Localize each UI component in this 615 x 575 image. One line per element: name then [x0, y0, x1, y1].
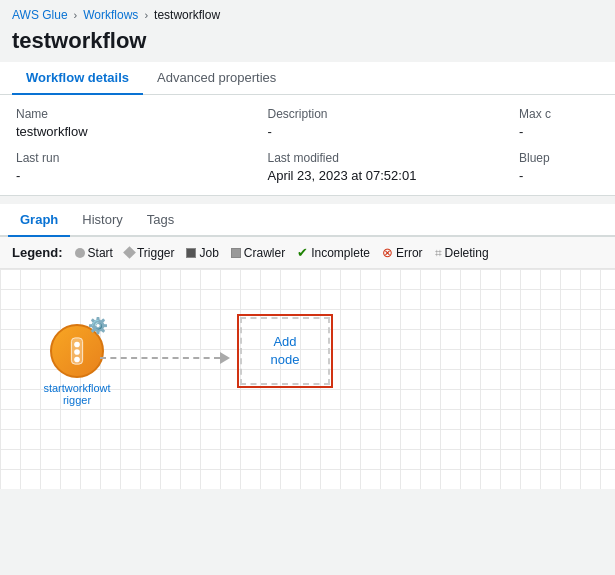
- breadcrumb-sep1: ›: [74, 9, 78, 21]
- detail-max-label: Max c: [519, 107, 599, 121]
- trigger-icon: [123, 246, 136, 259]
- breadcrumb-workflows[interactable]: Workflows: [83, 8, 138, 22]
- dashed-line: [100, 357, 220, 359]
- legend-error-label: Error: [396, 246, 423, 260]
- incomplete-icon: ✔: [297, 245, 308, 260]
- tab-workflow-details[interactable]: Workflow details: [12, 62, 143, 95]
- legend-crawler: Crawler: [231, 246, 285, 260]
- trigger-svg-icon: [62, 336, 92, 366]
- svg-point-1: [74, 342, 80, 348]
- legend-deleting: ⌗ Deleting: [435, 246, 489, 260]
- trigger-badge-icon: ⚙️: [88, 316, 108, 335]
- detail-blueprint-label: Bluep: [519, 151, 599, 165]
- detail-description-value: -: [268, 124, 504, 139]
- detail-blueprint: Bluep -: [519, 151, 599, 183]
- breadcrumb-sep2: ›: [144, 9, 148, 21]
- legend-job-label: Job: [199, 246, 218, 260]
- breadcrumb: AWS Glue › Workflows › testworkflow: [0, 0, 615, 26]
- breadcrumb-current: testworkflow: [154, 8, 220, 22]
- tab-advanced-properties[interactable]: Advanced properties: [143, 62, 290, 95]
- detail-max-value: -: [519, 124, 599, 139]
- add-node-text: Add node: [271, 333, 300, 369]
- trigger-icon-wrapper: ⚙️: [50, 324, 104, 378]
- detail-name-label: Name: [16, 107, 252, 121]
- legend-bar: Legend: Start Trigger Job Crawler ✔ Inco…: [0, 237, 615, 269]
- arrow-head: [220, 352, 230, 364]
- legend-trigger: Trigger: [125, 246, 175, 260]
- start-icon: [75, 248, 85, 258]
- detail-last-run-value: -: [16, 168, 252, 183]
- trigger-node[interactable]: ⚙️ startworkflowtrigger: [42, 324, 112, 406]
- legend-trigger-label: Trigger: [137, 246, 175, 260]
- graph-canvas: ⚙️ startworkflowtrigger Add node: [0, 269, 615, 489]
- detail-last-modified-value: April 23, 2023 at 07:52:01: [268, 168, 504, 183]
- tab-graph[interactable]: Graph: [8, 204, 70, 237]
- detail-last-run: Last run -: [16, 151, 252, 183]
- legend-incomplete-label: Incomplete: [311, 246, 370, 260]
- details-grid: Name testworkflow Description - Max c - …: [16, 107, 599, 183]
- detail-last-modified-label: Last modified: [268, 151, 504, 165]
- top-tabs-container: Workflow details Advanced properties: [0, 62, 615, 95]
- legend-start: Start: [75, 246, 113, 260]
- legend-deleting-label: Deleting: [445, 246, 489, 260]
- tab-history[interactable]: History: [70, 204, 134, 237]
- detail-max: Max c -: [519, 107, 599, 139]
- trigger-label[interactable]: startworkflowtrigger: [42, 382, 112, 406]
- legend-job: Job: [186, 246, 218, 260]
- detail-description-label: Description: [268, 107, 504, 121]
- legend-error: ⊗ Error: [382, 245, 423, 260]
- arrow-line: [100, 352, 230, 364]
- detail-name: Name testworkflow: [16, 107, 252, 139]
- legend-label: Legend:: [12, 245, 63, 260]
- legend-start-label: Start: [88, 246, 113, 260]
- detail-last-modified: Last modified April 23, 2023 at 07:52:01: [268, 151, 504, 183]
- details-panel: Name testworkflow Description - Max c - …: [0, 95, 615, 196]
- svg-point-2: [74, 349, 80, 355]
- svg-point-3: [74, 357, 80, 363]
- legend-incomplete: ✔ Incomplete: [297, 245, 370, 260]
- page-title: testworkflow: [0, 26, 615, 62]
- detail-last-run-label: Last run: [16, 151, 252, 165]
- crawler-icon: [231, 248, 241, 258]
- error-icon: ⊗: [382, 245, 393, 260]
- lower-tabs-container: Graph History Tags: [0, 204, 615, 237]
- job-icon: [186, 248, 196, 258]
- detail-description: Description -: [268, 107, 504, 139]
- tab-tags[interactable]: Tags: [135, 204, 186, 237]
- delete-icon: ⌗: [435, 246, 442, 260]
- breadcrumb-aws-glue[interactable]: AWS Glue: [12, 8, 68, 22]
- add-node-button[interactable]: Add node: [240, 317, 330, 385]
- detail-blueprint-value: -: [519, 168, 599, 183]
- legend-crawler-label: Crawler: [244, 246, 285, 260]
- detail-name-value: testworkflow: [16, 124, 252, 139]
